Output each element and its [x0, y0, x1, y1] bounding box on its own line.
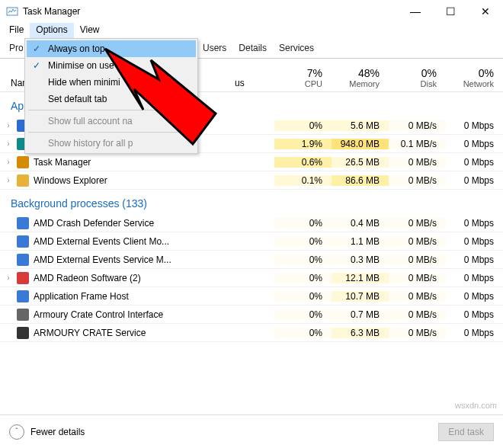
maximize-button[interactable]: ☐: [433, 0, 468, 23]
process-name: AMD Radeon Software (2): [34, 273, 141, 283]
expand-icon[interactable]: ›: [5, 176, 12, 184]
column-network[interactable]: 0%Network: [446, 67, 503, 88]
expand-icon[interactable]: ›: [5, 139, 12, 148]
cell-disk: 0 MB/s: [389, 291, 446, 302]
cell-memory: 86.6 MB: [332, 175, 389, 186]
close-button[interactable]: ✕: [468, 0, 503, 23]
process-row[interactable]: ›Task Manager0.6%26.5 MB0 MB/s0 Mbps: [0, 153, 503, 171]
menu-view[interactable]: View: [74, 23, 106, 40]
separator: [28, 110, 194, 110]
expand-icon[interactable]: ›: [5, 158, 12, 166]
cell-cpu: 0%: [274, 236, 332, 247]
cell-cpu: 0%: [274, 328, 332, 338]
column-cpu[interactable]: 7%CPU: [274, 67, 332, 88]
cell-disk: 0 MB/s: [389, 175, 446, 186]
menu-hide-when-minimised[interactable]: Hide when minimi: [27, 74, 196, 91]
menu-label: Minimise on use: [48, 60, 114, 71]
process-row[interactable]: Armoury Crate Control Interface0%0.7 MB0…: [0, 306, 503, 324]
title-bar: Task Manager — ☐ ✕: [0, 0, 503, 23]
process-name: Armoury Crate Control Interface: [34, 309, 163, 320]
process-row[interactable]: AMD External Events Service M...0%0.3 MB…: [0, 251, 503, 269]
process-name: AMD External Events Client Mo...: [34, 236, 169, 247]
app-icon: [17, 156, 29, 168]
menu-always-on-top[interactable]: ✓ Always on top: [27, 40, 196, 57]
chevron-up-icon: ˆ: [9, 424, 24, 440]
menu-options[interactable]: Options: [30, 23, 73, 40]
tab-users[interactable]: Users: [197, 40, 232, 58]
end-task-button[interactable]: End task: [438, 423, 494, 441]
process-row[interactable]: ARMOURY CRATE Service0%6.3 MB0 MB/s0 Mbp…: [0, 324, 503, 342]
menu-label: Hide when minimi: [48, 77, 120, 88]
menu-set-default-tab[interactable]: Set default tab ▸: [27, 91, 196, 107]
expand-icon[interactable]: ›: [5, 121, 12, 130]
minimize-button[interactable]: —: [398, 0, 433, 23]
cell-cpu: 0%: [274, 291, 332, 302]
app-icon: [17, 327, 29, 339]
window-title: Task Manager: [23, 6, 398, 17]
cell-memory: 12.1 MB: [332, 273, 389, 283]
column-disk[interactable]: 0%Disk: [389, 67, 446, 88]
fewer-details-button[interactable]: ˆ Fewer details: [9, 424, 85, 440]
cell-cpu: 0%: [274, 254, 332, 265]
submenu-arrow-icon: ▸: [187, 94, 191, 104]
column-status[interactable]: us: [235, 78, 274, 88]
cell-disk: 0 MB/s: [389, 236, 446, 247]
check-icon: ✓: [30, 60, 43, 71]
cell-memory: 1.1 MB: [332, 236, 389, 247]
fewer-details-label: Fewer details: [30, 427, 85, 437]
cell-network: 0 Mbps: [446, 291, 503, 302]
cell-network: 0 Mbps: [446, 218, 503, 229]
menu-show-full-account: Show full account na: [27, 113, 196, 130]
expand-icon[interactable]: ›: [5, 274, 12, 282]
task-manager-icon: [6, 5, 18, 18]
process-name: Windows Explorer: [34, 175, 107, 186]
cell-network: 0 Mbps: [446, 309, 503, 320]
cell-network: 0 Mbps: [446, 236, 503, 247]
cell-network: 0 Mbps: [446, 157, 503, 168]
app-icon: [17, 217, 29, 229]
app-icon: [17, 235, 29, 248]
tab-processes[interactable]: Proc: [3, 40, 23, 58]
cell-network: 0 Mbps: [446, 120, 503, 131]
process-row[interactable]: AMD External Events Client Mo...0%1.1 MB…: [0, 232, 503, 251]
cell-memory: 5.6 MB: [332, 120, 389, 131]
app-icon: [17, 290, 29, 302]
tab-details[interactable]: Details: [232, 40, 273, 58]
window-controls: — ☐ ✕: [398, 0, 503, 23]
menu-label: Always on top: [48, 43, 105, 54]
app-icon: [17, 174, 29, 187]
cell-cpu: 0%: [274, 120, 332, 131]
menu-label: Show history for all p: [48, 138, 133, 149]
cell-network: 0 Mbps: [446, 273, 503, 283]
cell-cpu: 0%: [274, 273, 332, 283]
cell-disk: 0 MB/s: [389, 309, 446, 320]
column-memory[interactable]: 48%Memory: [332, 67, 389, 88]
process-row[interactable]: Application Frame Host0%10.7 MB0 MB/s0 M…: [0, 287, 503, 306]
cell-disk: 0 MB/s: [389, 273, 446, 283]
cell-disk: 0.1 MB/s: [389, 139, 446, 149]
menu-minimise-on-use[interactable]: ✓ Minimise on use: [27, 57, 196, 74]
cell-disk: 0 MB/s: [389, 328, 446, 338]
cell-network: 0 Mbps: [446, 139, 503, 149]
menu-bar: File Options View: [0, 23, 503, 40]
app-icon: [17, 272, 29, 284]
cell-memory: 10.7 MB: [332, 291, 389, 302]
cell-memory: 948.0 MB: [332, 139, 389, 149]
cell-cpu: 0.1%: [274, 175, 332, 186]
process-row[interactable]: AMD Crash Defender Service0%0.4 MB0 MB/s…: [0, 214, 503, 232]
cell-memory: 26.5 MB: [332, 157, 389, 168]
cell-network: 0 Mbps: [446, 328, 503, 338]
process-row[interactable]: ›Windows Explorer0.1%86.6 MB0 MB/s0 Mbps: [0, 171, 503, 190]
menu-show-history: Show history for all p: [27, 135, 196, 152]
options-dropdown: ✓ Always on top ✓ Minimise on use Hide w…: [24, 38, 198, 154]
cell-memory: 0.3 MB: [332, 254, 389, 265]
process-name: ARMOURY CRATE Service: [34, 328, 146, 338]
process-name: AMD Crash Defender Service: [34, 218, 154, 229]
cell-disk: 0 MB/s: [389, 120, 446, 131]
menu-label: Set default tab: [48, 94, 107, 104]
menu-file[interactable]: File: [3, 23, 30, 40]
process-row[interactable]: ›AMD Radeon Software (2)0%12.1 MB0 MB/s0…: [0, 269, 503, 287]
separator: [28, 132, 194, 133]
process-name: AMD External Events Service M...: [34, 254, 171, 265]
tab-services[interactable]: Services: [273, 40, 320, 58]
